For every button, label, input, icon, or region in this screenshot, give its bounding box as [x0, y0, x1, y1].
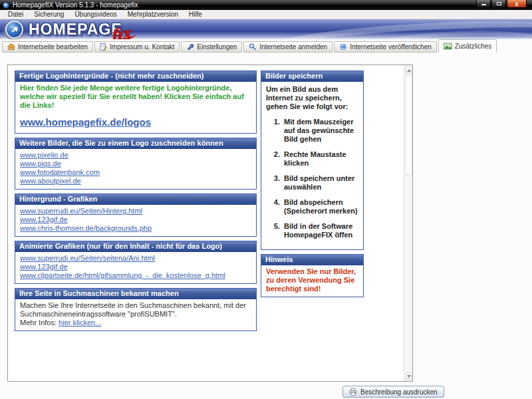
menu-sicherung[interactable]: Sicherung: [29, 11, 69, 18]
document-edit-icon: [100, 43, 107, 51]
search-icon: [249, 43, 257, 51]
search-engines-text: Machen Sie Ihre Internetseite in den Suc…: [20, 301, 251, 319]
print-description-button[interactable]: Beschreibung ausdrucken: [342, 386, 444, 398]
section-background-graphics: Hintergrund - Grafiken www.superrudi.eu/…: [15, 194, 257, 237]
section-description: Hier finden Sie jede Menge weitere ferti…: [20, 84, 251, 110]
arrow-glyph: ➔: [9, 23, 21, 35]
link-123gif-2[interactable]: www.123gif.de: [20, 263, 251, 271]
step-3: Bild speichern unter auswählen: [282, 174, 358, 192]
maximize-button[interactable]: [491, 0, 506, 8]
tab-einstellungen[interactable]: Einstellungen: [181, 41, 242, 53]
link-piqs[interactable]: www.piqs.de: [20, 160, 251, 168]
print-button-label: Beschreibung ausdrucken: [360, 388, 438, 396]
scroll-down-icon: [407, 375, 411, 378]
minimize-button[interactable]: [476, 0, 491, 8]
minimize-icon: [481, 4, 486, 5]
tab-impressum-kontakt[interactable]: Impressum u. Kontakt: [94, 41, 180, 53]
section-animated-graphics: Animierte Grafiken (nur für den Inhalt -…: [15, 241, 257, 284]
link-homepagefix-logos[interactable]: www.homepagefix.de/logos: [20, 116, 151, 128]
section-title: Animierte Grafiken (nur für den Inhalt -…: [15, 241, 256, 252]
section-search-engines: Ihre Seite in Suchmaschinen bekannt mach…: [15, 288, 257, 331]
menu-uebungsvideos[interactable]: Übungsvideos: [69, 11, 122, 18]
section-note: Hinweis Verwenden Sie nur Bilder, zu der…: [261, 254, 364, 297]
home-icon: [7, 43, 15, 51]
tab-internetseite-veroeffentlichen[interactable]: Internetseite veröffentlichen: [334, 41, 437, 53]
section-title: Fertige Logohintergründe - (nicht mehr z…: [15, 71, 256, 82]
header-banner: ➔ HOMEPAGE fix: [0, 19, 532, 39]
save-images-steps: Mit dem Mauszeiger auf das gewünschte Bi…: [266, 118, 358, 239]
section-logo-backgrounds: Fertige Logohintergründe - (nicht mehr z…: [15, 70, 257, 134]
window-title: HomepagefIX Version 5.1.3 - homepagefix: [13, 1, 138, 9]
scroll-up-button[interactable]: [405, 66, 412, 74]
section-title: Hintergrund - Grafiken: [15, 194, 256, 205]
app-icon: [3, 2, 9, 9]
tab-label: Internetseite veröffentlichen: [350, 43, 432, 51]
link-pixelio[interactable]: www.pixelio.de: [20, 151, 251, 160]
close-icon: x: [515, 1, 518, 7]
section-more-images: Weitere Bilder, die Sie zu einem Logo zu…: [15, 138, 257, 190]
note-text: Verwenden Sie nur Bilder, zu deren Verwe…: [266, 267, 358, 293]
section-title: Bilder speichern: [261, 71, 363, 82]
section-title: Ihre Seite in Suchmaschinen bekannt mach…: [15, 289, 256, 299]
link-aboutpixel[interactable]: www.aboutpixel.de: [20, 177, 251, 186]
tab-internetseite-anmelden[interactable]: Internetseite anmelden: [243, 41, 332, 53]
menu-mehrplatzversion[interactable]: Mehrplatzversion: [122, 11, 184, 18]
tab-zusaetzliches[interactable]: Zusätzliches: [438, 39, 497, 53]
app-window: HomepagefIX Version 5.1.3 - homepagefix …: [0, 0, 532, 399]
section-title: Weitere Bilder, die Sie zu einem Logo zu…: [15, 138, 256, 149]
tab-label: Zusätzliches: [455, 43, 492, 50]
link-123gif[interactable]: www.123gif.de: [20, 215, 251, 224]
step-5: Bild in der Software HomepageFIX öffen: [282, 222, 358, 239]
app-logo: ➔ HOMEPAGE: [5, 20, 122, 39]
link-superrudi-ani[interactable]: www.superrudi.eu/Seiten/seitena/Ani.html: [20, 254, 251, 263]
tab-label: Einstellungen: [197, 43, 237, 51]
scroll-up-icon: [407, 69, 411, 72]
menu-bar: Datei Sicherung Übungsvideos Mehrplatzve…: [0, 10, 532, 19]
title-bar: HomepagefIX Version 5.1.3 - homepagefix …: [0, 0, 532, 10]
link-fotodatenbank[interactable]: www.fotodatenbank.com: [20, 168, 251, 177]
step-1: Mit dem Mauszeiger auf das gewünschte Bi…: [282, 118, 358, 144]
tab-label: Internetseite anmelden: [259, 43, 327, 51]
tab-label: Impressum u. Kontakt: [110, 43, 174, 51]
content-panel: Fertige Logohintergründe - (nicht mehr z…: [7, 65, 413, 382]
tab-bar: Internetseite bearbeiten Impressum u. Ko…: [0, 39, 532, 53]
logo-fix-script: fix: [109, 23, 132, 39]
link-clipartseite[interactable]: www.clipartseite.de/html/gifsammlung_-_d…: [20, 271, 251, 280]
link-chris-thomsen[interactable]: www.chris-thomsen.de/backgrounds.php: [20, 224, 251, 233]
more-info-label: Mehr Infos:: [20, 319, 57, 327]
globe-icon: [339, 43, 347, 51]
maximize-icon: [497, 2, 501, 5]
close-button[interactable]: x: [507, 0, 527, 8]
step-4: Bild abspeichern (Speicherort merken): [282, 198, 358, 215]
tab-label: Internetseite bearbeiten: [18, 43, 88, 51]
section-title: Hinweis: [261, 255, 363, 265]
scroll-down-button[interactable]: [405, 372, 412, 380]
scrollbar-thumb[interactable]: [405, 75, 412, 175]
menu-datei[interactable]: Datei: [3, 11, 29, 18]
menu-hilfe[interactable]: Hilfe: [184, 11, 207, 18]
link-superrudi-hinterg[interactable]: www.superrudi.eu/Seiten/Hinterg.html: [20, 207, 251, 215]
right-column: Bilder speichern Um ein Bild aus dem Int…: [261, 70, 364, 301]
left-column: Fertige Logohintergründe - (nicht mehr z…: [15, 70, 257, 335]
window-controls: x: [476, 0, 527, 8]
tab-internetseite-bearbeiten[interactable]: Internetseite bearbeiten: [2, 41, 93, 53]
settings-icon: [186, 43, 194, 51]
link-hier-klicken[interactable]: hier klicken...: [59, 319, 101, 327]
logo-arrow-icon: ➔: [5, 21, 23, 39]
vertical-scrollbar[interactable]: [404, 65, 412, 381]
save-images-intro: Um ein Bild aus dem Internet zu speicher…: [266, 85, 358, 111]
printer-icon: [349, 388, 357, 396]
image-icon: [444, 43, 452, 50]
section-save-images: Bilder speichern Um ein Bild aus dem Int…: [261, 70, 364, 250]
step-2: Rechte Maustaste klicken: [282, 150, 358, 168]
